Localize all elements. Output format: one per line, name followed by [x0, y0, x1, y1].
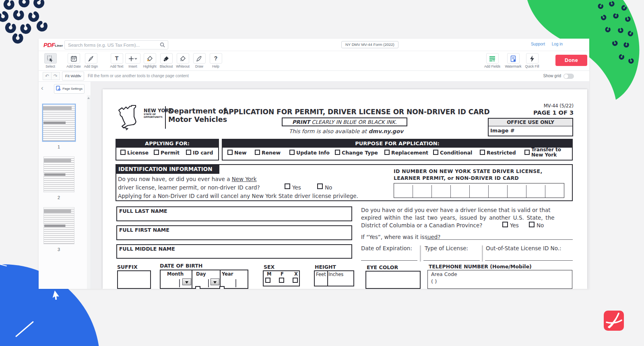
add-fields-button[interactable]: Add Fields: [483, 53, 502, 68]
checkbox-permit[interactable]: [154, 150, 159, 155]
help-button[interactable]: ? Help: [206, 53, 225, 68]
checkbox-conditional[interactable]: [433, 150, 438, 155]
show-grid-label: Show grid: [543, 74, 561, 78]
area-code-parens: ( ): [431, 278, 437, 284]
checkbox-sex-m[interactable]: [265, 278, 270, 283]
height-label: HEIGHT: [315, 264, 336, 270]
checkbox-cutoff-2[interactable]: [219, 286, 225, 289]
sidebar-scrollbar[interactable]: [87, 95, 91, 289]
out-of-state-line[interactable]: [485, 244, 573, 261]
add-date-button[interactable]: Add Date: [64, 53, 83, 68]
checkbox-renew[interactable]: [255, 150, 260, 155]
year-tick: [235, 279, 236, 287]
middle-name-field[interactable]: FULL MIDDLE NAME: [116, 244, 352, 259]
print-instruction-box: PRINT CLEARLY IN BLUE OR BLACK INK.: [282, 117, 407, 126]
pen-icon: [196, 56, 202, 62]
checkbox-restricted[interactable]: [480, 150, 485, 155]
expiration-line[interactable]: [361, 244, 417, 261]
applying-for-header: APPLYING FOR:: [116, 140, 218, 148]
quick-fill-button[interactable]: Quick Fill: [523, 53, 541, 68]
checkbox-idcard[interactable]: [186, 150, 191, 155]
login-link[interactable]: Log in: [552, 42, 563, 46]
page-number-3: 3: [42, 247, 75, 252]
checkbox-other-yes[interactable]: [502, 222, 508, 227]
type-line[interactable]: [423, 244, 480, 261]
divider: [420, 245, 421, 262]
highlighter-icon: [147, 56, 153, 62]
dots-top-left: [0, 0, 46, 42]
scroll-up-icon[interactable]: [87, 97, 90, 99]
checkbox-sex-f[interactable]: [279, 278, 284, 283]
phone-label: TELEPHONE NUMBER (Home/Mobile): [429, 264, 532, 270]
done-button[interactable]: Done: [555, 55, 587, 66]
select-tool-button[interactable]: Select: [41, 53, 60, 68]
day-label: Day: [196, 271, 206, 277]
calendar-icon: [71, 56, 77, 62]
checkbox-cutoff-1[interactable]: [195, 286, 200, 289]
availability-note: This form is also available at dmv.ny.go…: [256, 128, 437, 134]
month-label: Month: [167, 271, 184, 277]
watermark-button[interactable]: Watermark: [504, 53, 522, 68]
last-name-field[interactable]: FULL LAST NAME: [116, 206, 352, 221]
eye-color-label: EYE COLOR: [367, 264, 398, 270]
redo-button[interactable]: ↷: [51, 72, 60, 80]
search-icon[interactable]: [160, 42, 165, 47]
id-number-grid[interactable]: [394, 183, 564, 198]
page-thumbnail-3[interactable]: [43, 207, 74, 244]
where-issued-line[interactable]: [427, 233, 573, 240]
checkbox-replacement[interactable]: [384, 150, 390, 155]
pdfliner-logo[interactable]: PDFLiner: [43, 41, 63, 48]
whiteout-marker-icon: [180, 56, 186, 62]
text-icon: T: [115, 55, 119, 62]
search-input[interactable]: [68, 41, 157, 49]
checkbox-update-info[interactable]: [289, 150, 295, 155]
checkbox-change-type[interactable]: [335, 150, 340, 155]
checkbox-id-yes[interactable]: [285, 183, 290, 189]
undo-button[interactable]: ↶: [43, 72, 52, 80]
checkbox-id-no[interactable]: [317, 183, 323, 189]
document-title-badge: NY DMV MV-44 Form (2022): [341, 41, 398, 48]
page-number-1: 1: [42, 144, 75, 149]
blackout-button[interactable]: Blackout: [157, 53, 175, 68]
page-settings-button[interactable]: Page Settings: [54, 84, 85, 94]
show-grid-toggle[interactable]: [564, 74, 574, 79]
draw-button[interactable]: Draw: [190, 53, 208, 68]
adobe-acrobat-icon: [604, 311, 624, 331]
first-name-field[interactable]: FULL FIRST NAME: [116, 225, 352, 240]
eye-color-field[interactable]: [365, 271, 421, 289]
zoom-select[interactable]: Fit Width: [62, 72, 84, 80]
month-dropdown-button[interactable]: [182, 278, 191, 285]
other-license-line1: Do you have or did you ever have a drive…: [361, 207, 551, 213]
toggle-knob: [564, 74, 568, 78]
checkbox-transfer[interactable]: [524, 150, 530, 155]
support-link[interactable]: Support: [531, 42, 545, 46]
suffix-field[interactable]: [117, 270, 151, 289]
whiteout-button[interactable]: Whiteout: [173, 53, 192, 68]
add-sign-button[interactable]: Add Sign: [82, 53, 100, 68]
identification-header: IDENTIFICATION INFORMATION: [116, 164, 219, 174]
office-use-box: OFFICE USE ONLY Image #: [488, 118, 573, 136]
page-thumbnail-2[interactable]: [43, 157, 74, 192]
select-icon: [47, 56, 54, 62]
day-dropdown-button[interactable]: [211, 278, 219, 285]
id-question-line1: Do you now have, or did you ever have a …: [118, 176, 257, 182]
logo-opportunity-text: OPPORTUNITY.: [144, 116, 163, 118]
view-toolbar: ↶ ↷ Fit Width Fill the form or use anoth…: [39, 71, 589, 82]
checkbox-other-no[interactable]: [529, 222, 535, 227]
page-thumbnail-1[interactable]: [42, 104, 76, 142]
id-question-line2: driver license, learner permit, or non-d…: [118, 184, 260, 191]
collapse-sidebar-icon[interactable]: ‹: [41, 84, 43, 92]
highlight-button[interactable]: Highlight: [140, 53, 159, 68]
insert-button[interactable]: Insert: [124, 53, 142, 68]
logo-divider: [165, 106, 166, 129]
checkbox-license[interactable]: [120, 150, 126, 155]
checkbox-sex-x[interactable]: [293, 278, 298, 283]
question-icon: ?: [214, 55, 218, 62]
area-code-label: Area Code: [431, 271, 457, 277]
purpose-header: PURPOSE FOR APPLICATION:: [223, 140, 572, 148]
form-page-1[interactable]: NEW YORK STATE OF OPPORTUNITY. Departmen…: [103, 89, 587, 289]
inches-label: Inches: [328, 272, 343, 277]
search-box: [64, 40, 168, 49]
checkbox-new[interactable]: [227, 150, 233, 155]
logo-dept-text: Department of: [168, 107, 226, 115]
